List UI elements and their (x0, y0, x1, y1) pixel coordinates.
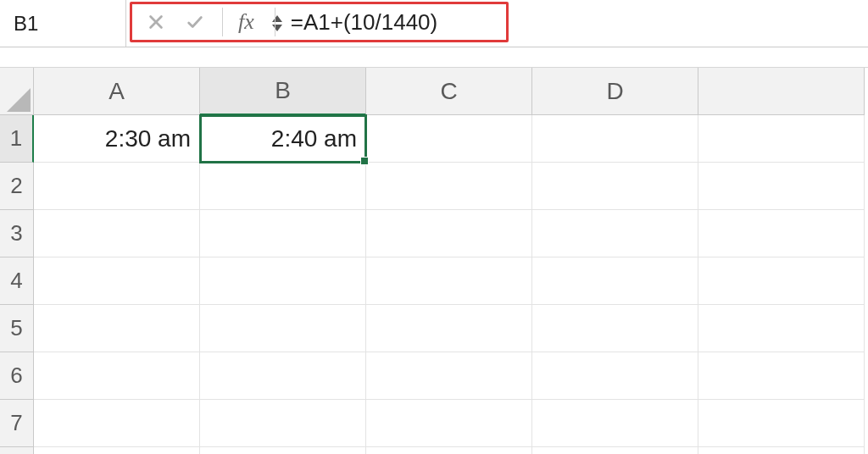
cell-C7[interactable] (366, 400, 532, 447)
formula-input[interactable] (291, 9, 494, 36)
cell-E6[interactable] (698, 352, 865, 400)
cell-B5[interactable] (200, 305, 366, 352)
cell-A8[interactable] (34, 447, 200, 454)
cell-B2[interactable] (200, 163, 366, 210)
row-header-6[interactable]: 6 (0, 352, 34, 400)
cell-D5[interactable] (532, 305, 698, 352)
row-header-4[interactable]: 4 (0, 257, 34, 305)
cell-E1[interactable] (698, 115, 865, 163)
cell-E8[interactable] (698, 447, 865, 454)
cell-D3[interactable] (532, 210, 698, 257)
cell-A7[interactable] (34, 400, 200, 447)
divider (222, 8, 223, 36)
cell-E2[interactable] (698, 163, 865, 210)
cell-E5[interactable] (698, 305, 865, 352)
formula-bar-spacer (512, 0, 868, 47)
cell-A1[interactable]: 2:30 am (34, 115, 200, 163)
cell-A2[interactable] (34, 163, 200, 210)
cell-B7[interactable] (200, 400, 366, 447)
spreadsheet-grid: A B C D 1 2:30 am 2:40 am 2 3 4 5 6 7 8 (0, 68, 868, 454)
cell-D1[interactable] (532, 115, 698, 163)
cell-A5[interactable] (34, 305, 200, 352)
cell-B6[interactable] (200, 352, 366, 400)
formula-highlight-box: fx (130, 2, 509, 42)
cell-E4[interactable] (698, 257, 865, 305)
cell-C2[interactable] (366, 163, 532, 210)
cell-A6[interactable] (34, 352, 200, 400)
cell-A3[interactable] (34, 210, 200, 257)
cell-C6[interactable] (366, 352, 532, 400)
cancel-formula-button[interactable] (144, 5, 168, 39)
cell-D7[interactable] (532, 400, 698, 447)
column-header-D[interactable]: D (532, 68, 698, 115)
formula-bar: fx (0, 0, 868, 47)
confirm-formula-button[interactable] (183, 5, 207, 39)
fx-icon[interactable]: fx (238, 9, 259, 35)
row-header-7[interactable]: 7 (0, 400, 34, 447)
cell-B1[interactable]: 2:40 am (200, 115, 366, 163)
check-icon (186, 13, 204, 31)
row-header-1[interactable]: 1 (0, 115, 34, 163)
column-header-C[interactable]: C (366, 68, 532, 115)
row-header-8[interactable]: 8 (0, 447, 34, 454)
cell-D8[interactable] (532, 447, 698, 454)
cell-B4[interactable] (200, 257, 366, 305)
cell-B8[interactable] (200, 447, 366, 454)
row-header-2[interactable]: 2 (0, 163, 34, 210)
cell-C8[interactable] (366, 447, 532, 454)
cell-E3[interactable] (698, 210, 865, 257)
cell-A4[interactable] (34, 257, 200, 305)
cell-C1[interactable] (366, 115, 532, 163)
name-box-container (0, 0, 126, 47)
row-header-5[interactable]: 5 (0, 305, 34, 352)
column-header-E[interactable] (698, 68, 865, 115)
cell-E7[interactable] (698, 400, 865, 447)
cell-C5[interactable] (366, 305, 532, 352)
row-header-3[interactable]: 3 (0, 210, 34, 257)
column-header-B[interactable]: B (200, 68, 366, 115)
select-all-corner[interactable] (0, 68, 34, 115)
cell-C3[interactable] (366, 210, 532, 257)
toolbar-spacer (0, 47, 868, 68)
close-icon (147, 13, 165, 31)
cell-D4[interactable] (532, 257, 698, 305)
cell-D6[interactable] (532, 352, 698, 400)
cell-C4[interactable] (366, 257, 532, 305)
cell-B3[interactable] (200, 210, 366, 257)
cell-D2[interactable] (532, 163, 698, 210)
divider (275, 8, 275, 36)
column-header-A[interactable]: A (34, 68, 200, 115)
